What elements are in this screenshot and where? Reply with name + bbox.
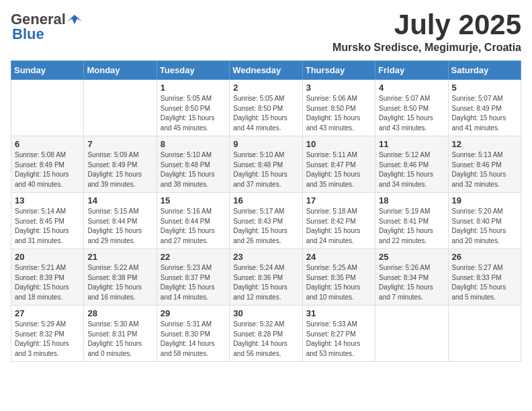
page-header: General Blue July 2025 Mursko Sredisce, …: [11, 11, 521, 54]
calendar-cell: 8Sunrise: 5:10 AMSunset: 8:48 PMDaylight…: [157, 136, 229, 193]
calendar-title: July 2025: [332, 11, 521, 39]
day-number: 22: [161, 252, 226, 262]
calendar-week-5: 27Sunrise: 5:29 AMSunset: 8:32 PMDayligh…: [11, 306, 521, 362]
calendar-cell: [84, 80, 157, 136]
calendar-cell: 10Sunrise: 5:11 AMSunset: 8:47 PMDayligh…: [302, 136, 375, 193]
day-info: Sunrise: 5:29 AMSunset: 8:32 PMDaylight:…: [15, 320, 80, 359]
day-number: 19: [452, 195, 517, 205]
weekday-header-tuesday: Tuesday: [157, 61, 229, 80]
calendar-location: Mursko Sredisce, Megimurje, Croatia: [332, 42, 521, 54]
calendar-cell: 7Sunrise: 5:09 AMSunset: 8:49 PMDaylight…: [84, 136, 157, 193]
calendar-cell: 24Sunrise: 5:25 AMSunset: 8:35 PMDayligh…: [302, 249, 375, 306]
calendar-cell: 12Sunrise: 5:13 AMSunset: 8:46 PMDayligh…: [448, 136, 521, 193]
day-number: 20: [15, 252, 80, 262]
day-number: 28: [87, 308, 152, 318]
day-info: Sunrise: 5:06 AMSunset: 8:50 PMDaylight:…: [306, 94, 371, 133]
day-number: 8: [161, 139, 226, 149]
calendar-cell: 28Sunrise: 5:30 AMSunset: 8:31 PMDayligh…: [84, 306, 157, 362]
day-number: 17: [306, 195, 371, 205]
calendar-cell: 1Sunrise: 5:05 AMSunset: 8:50 PMDaylight…: [157, 80, 229, 136]
weekday-header-wednesday: Wednesday: [230, 61, 302, 80]
calendar-week-2: 6Sunrise: 5:08 AMSunset: 8:49 PMDaylight…: [11, 136, 521, 193]
calendar-cell: [448, 306, 521, 362]
day-info: Sunrise: 5:23 AMSunset: 8:37 PMDaylight:…: [161, 263, 226, 302]
day-info: Sunrise: 5:09 AMSunset: 8:49 PMDaylight:…: [87, 150, 152, 189]
day-info: Sunrise: 5:11 AMSunset: 8:47 PMDaylight:…: [306, 150, 371, 189]
day-number: 24: [306, 252, 371, 262]
day-number: 30: [233, 308, 298, 318]
day-info: Sunrise: 5:31 AMSunset: 8:30 PMDaylight:…: [161, 320, 226, 359]
calendar-cell: [11, 80, 84, 136]
weekday-header-saturday: Saturday: [448, 61, 521, 80]
calendar-cell: 2Sunrise: 5:05 AMSunset: 8:50 PMDaylight…: [230, 80, 302, 136]
day-number: 29: [161, 308, 226, 318]
calendar-cell: 20Sunrise: 5:21 AMSunset: 8:39 PMDayligh…: [11, 249, 84, 306]
day-info: Sunrise: 5:22 AMSunset: 8:38 PMDaylight:…: [87, 263, 152, 302]
calendar-cell: 23Sunrise: 5:24 AMSunset: 8:36 PMDayligh…: [230, 249, 302, 306]
day-info: Sunrise: 5:18 AMSunset: 8:42 PMDaylight:…: [306, 207, 371, 246]
day-info: Sunrise: 5:14 AMSunset: 8:45 PMDaylight:…: [15, 207, 80, 246]
calendar-week-4: 20Sunrise: 5:21 AMSunset: 8:39 PMDayligh…: [11, 249, 521, 306]
day-info: Sunrise: 5:21 AMSunset: 8:39 PMDaylight:…: [15, 263, 80, 302]
calendar-cell: 6Sunrise: 5:08 AMSunset: 8:49 PMDaylight…: [11, 136, 84, 193]
day-number: 1: [161, 83, 226, 93]
weekday-header-friday: Friday: [375, 61, 448, 80]
calendar-cell: 31Sunrise: 5:33 AMSunset: 8:27 PMDayligh…: [302, 306, 375, 362]
day-number: 14: [87, 195, 152, 205]
day-number: 18: [379, 195, 444, 205]
day-info: Sunrise: 5:17 AMSunset: 8:43 PMDaylight:…: [233, 207, 298, 246]
day-info: Sunrise: 5:07 AMSunset: 8:49 PMDaylight:…: [452, 94, 517, 133]
day-number: 31: [306, 308, 371, 318]
calendar-cell: 25Sunrise: 5:26 AMSunset: 8:34 PMDayligh…: [375, 249, 448, 306]
calendar-week-1: 1Sunrise: 5:05 AMSunset: 8:50 PMDaylight…: [11, 80, 521, 136]
calendar-cell: [375, 306, 448, 362]
calendar-cell: 19Sunrise: 5:20 AMSunset: 8:40 PMDayligh…: [448, 193, 521, 249]
day-number: 13: [15, 195, 80, 205]
calendar-week-3: 13Sunrise: 5:14 AMSunset: 8:45 PMDayligh…: [11, 193, 521, 249]
day-info: Sunrise: 5:19 AMSunset: 8:41 PMDaylight:…: [379, 207, 444, 246]
day-info: Sunrise: 5:20 AMSunset: 8:40 PMDaylight:…: [452, 207, 517, 246]
calendar-cell: 17Sunrise: 5:18 AMSunset: 8:42 PMDayligh…: [302, 193, 375, 249]
calendar-cell: 22Sunrise: 5:23 AMSunset: 8:37 PMDayligh…: [157, 249, 229, 306]
weekday-header-sunday: Sunday: [11, 61, 84, 80]
day-info: Sunrise: 5:05 AMSunset: 8:50 PMDaylight:…: [161, 94, 226, 133]
day-number: 27: [15, 308, 80, 318]
header-row: SundayMondayTuesdayWednesdayThursdayFrid…: [11, 61, 521, 80]
day-number: 2: [233, 83, 298, 93]
day-number: 7: [87, 139, 152, 149]
day-number: 25: [379, 252, 444, 262]
day-info: Sunrise: 5:15 AMSunset: 8:44 PMDaylight:…: [87, 207, 152, 246]
day-number: 16: [233, 195, 298, 205]
day-info: Sunrise: 5:26 AMSunset: 8:34 PMDaylight:…: [379, 263, 444, 302]
calendar-cell: 5Sunrise: 5:07 AMSunset: 8:49 PMDaylight…: [448, 80, 521, 136]
day-info: Sunrise: 5:13 AMSunset: 8:46 PMDaylight:…: [452, 150, 517, 189]
day-info: Sunrise: 5:05 AMSunset: 8:50 PMDaylight:…: [233, 94, 298, 133]
day-number: 9: [233, 139, 298, 149]
calendar-cell: 29Sunrise: 5:31 AMSunset: 8:30 PMDayligh…: [157, 306, 229, 362]
day-number: 23: [233, 252, 298, 262]
calendar-cell: 16Sunrise: 5:17 AMSunset: 8:43 PMDayligh…: [230, 193, 302, 249]
day-info: Sunrise: 5:30 AMSunset: 8:31 PMDaylight:…: [87, 320, 152, 359]
calendar-cell: 9Sunrise: 5:10 AMSunset: 8:48 PMDaylight…: [230, 136, 302, 193]
day-number: 26: [452, 252, 517, 262]
calendar-cell: 26Sunrise: 5:27 AMSunset: 8:33 PMDayligh…: [448, 249, 521, 306]
calendar-cell: 15Sunrise: 5:16 AMSunset: 8:44 PMDayligh…: [157, 193, 229, 249]
day-info: Sunrise: 5:16 AMSunset: 8:44 PMDaylight:…: [161, 207, 226, 246]
day-info: Sunrise: 5:33 AMSunset: 8:27 PMDaylight:…: [306, 320, 371, 359]
day-info: Sunrise: 5:25 AMSunset: 8:35 PMDaylight:…: [306, 263, 371, 302]
day-number: 4: [379, 83, 444, 93]
day-number: 11: [379, 139, 444, 149]
calendar-cell: 11Sunrise: 5:12 AMSunset: 8:46 PMDayligh…: [375, 136, 448, 193]
weekday-header-monday: Monday: [84, 61, 157, 80]
title-block: July 2025 Mursko Sredisce, Megimurje, Cr…: [332, 11, 521, 54]
calendar-cell: 18Sunrise: 5:19 AMSunset: 8:41 PMDayligh…: [375, 193, 448, 249]
calendar-table: SundayMondayTuesdayWednesdayThursdayFrid…: [11, 60, 521, 362]
day-info: Sunrise: 5:24 AMSunset: 8:36 PMDaylight:…: [233, 263, 298, 302]
day-info: Sunrise: 5:08 AMSunset: 8:49 PMDaylight:…: [15, 150, 80, 189]
day-number: 5: [452, 83, 517, 93]
calendar-cell: 14Sunrise: 5:15 AMSunset: 8:44 PMDayligh…: [84, 193, 157, 249]
day-number: 21: [87, 252, 152, 262]
logo-bird-icon: [67, 12, 82, 27]
day-info: Sunrise: 5:10 AMSunset: 8:48 PMDaylight:…: [161, 150, 226, 189]
day-number: 12: [452, 139, 517, 149]
